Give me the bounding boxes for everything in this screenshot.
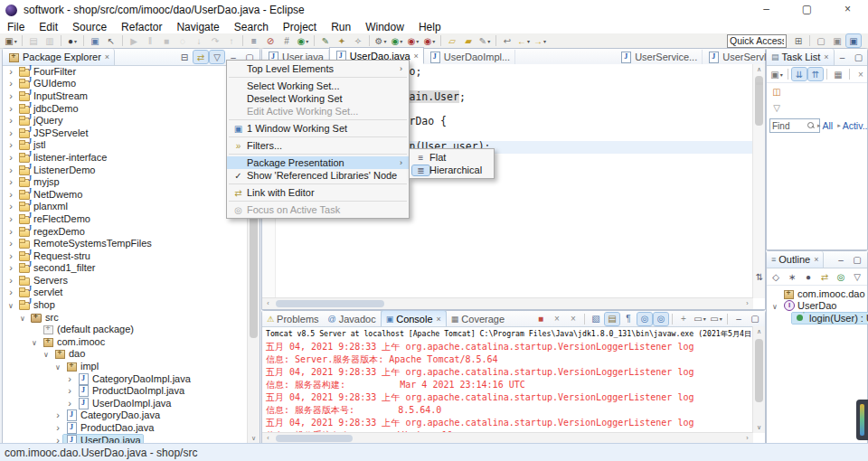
tree-item[interactable]: Jshop [3, 298, 248, 311]
twistie-icon[interactable] [5, 213, 16, 224]
collapse-all-button[interactable]: ⊟ [177, 51, 192, 63]
twistie-icon[interactable] [41, 348, 52, 359]
scroll-left-icon[interactable]: ‹ [262, 298, 274, 309]
open-task-button[interactable]: ≡ [247, 34, 261, 47]
maximize-button[interactable]: ▢ [787, 0, 827, 20]
tree-item[interactable]: (default package) [3, 323, 248, 335]
show-stderr-button[interactable]: ◎ [654, 313, 668, 325]
tree-item[interactable]: JregexDemo [3, 225, 248, 238]
show-stdout-button[interactable]: ◎ [637, 313, 652, 325]
task-list-tab[interactable]: ▤ Task List × [767, 49, 835, 65]
twistie-icon[interactable] [5, 287, 16, 297]
close-icon[interactable]: × [437, 315, 441, 324]
twistie-icon[interactable] [52, 422, 63, 433]
hide-static-button[interactable]: ∗ [785, 270, 799, 283]
tree-item[interactable]: ProductDao.java [3, 421, 248, 434]
tree-item[interactable]: Jplanxml [3, 201, 248, 213]
tree-item[interactable]: login(User) : User [767, 312, 867, 325]
tree-item[interactable]: CategoryDao.java [3, 409, 248, 422]
step-over-button[interactable]: ↷ [208, 34, 222, 47]
scroll-lock-button[interactable]: ▤ [605, 313, 619, 325]
close-icon[interactable]: × [814, 255, 818, 264]
menu-navigate[interactable]: Navigate [169, 21, 226, 33]
servers-button[interactable]: ◉▾ [296, 34, 310, 47]
remove-launch-button[interactable]: × [550, 313, 564, 325]
menu-run[interactable]: Run [324, 21, 358, 33]
sort-button[interactable]: ⇅ [752, 270, 767, 283]
twistie-icon[interactable] [5, 66, 16, 77]
import-button[interactable]: ▰ [461, 34, 476, 47]
link-with-editor-button[interactable]: ⇄ [193, 51, 208, 63]
link-with-editor-button[interactable]: ⇄ [817, 270, 832, 283]
menu-window[interactable]: Window [358, 21, 411, 33]
console-vscrollbar[interactable]: ∧ ∨ [752, 326, 765, 433]
tree-item[interactable]: CategoryDaoImpl.java [3, 372, 248, 385]
menu-help[interactable]: Help [411, 21, 448, 33]
scroll-down-icon[interactable]: ∨ [753, 422, 765, 433]
tree-item[interactable]: src [3, 311, 248, 324]
last-edit-location-button[interactable]: ↩ [500, 34, 514, 47]
twistie-icon[interactable] [64, 398, 75, 409]
hide-fields-button[interactable]: ◇ [769, 270, 783, 283]
tree-item[interactable]: JFourFilter [3, 65, 248, 78]
editor-tab-userservice-[interactable]: UserService... [615, 50, 703, 64]
tree-item[interactable]: Jjstl [3, 139, 248, 152]
view-menu-button[interactable]: ▽ [850, 270, 864, 283]
tree-item[interactable]: JListenerDemo [3, 164, 248, 176]
resource-perspective-button[interactable]: ▢ [814, 34, 828, 47]
twistie-icon[interactable] [5, 127, 16, 138]
twistie-icon[interactable] [5, 189, 16, 200]
task-filter-link-all[interactable]: All [823, 120, 834, 131]
resume-button[interactable]: ▶ [127, 34, 141, 47]
view-tab-javadoc[interactable]: @Javadoc [324, 312, 381, 326]
menu-item-package-presentation[interactable]: Package Presentation› [227, 156, 409, 169]
tree-item[interactable]: JjdbcDemo [3, 102, 248, 115]
close-icon[interactable]: × [105, 52, 109, 61]
menu-item-show-referenced-libraries-node[interactable]: ✓Show 'Referenced Libraries' Node [227, 169, 409, 182]
outline-tab[interactable]: ≡ Outline × [767, 251, 824, 268]
twistie-icon[interactable] [5, 299, 16, 310]
save-button[interactable]: ▤ [26, 34, 41, 47]
open-file-button[interactable]: ▱ [445, 34, 459, 47]
new-wizard-button[interactable]: ▣▾ [4, 34, 18, 47]
view-tab-coverage[interactable]: ▦Coverage [447, 312, 509, 326]
mark-occurrences-button[interactable]: ✎▾ [477, 34, 492, 47]
view-tab-problems[interactable]: ⚠Problems [262, 312, 324, 326]
open-type-button[interactable]: # [279, 34, 294, 47]
menu-search[interactable]: Search [227, 21, 276, 33]
tree-item[interactable]: Servers [3, 274, 248, 287]
tree-item[interactable]: JInputStream [3, 89, 248, 102]
tree-item[interactable]: JreFlectDemo [3, 212, 248, 225]
twistie-icon[interactable] [5, 78, 16, 89]
save-all-button[interactable]: ▥ [42, 34, 57, 47]
tree-item[interactable]: com.imooc [3, 335, 248, 348]
javaee-perspective-button[interactable]: ▣ [846, 34, 861, 47]
tree-item[interactable]: UserDao [767, 300, 867, 313]
maximize-button[interactable]: ▢ [852, 51, 866, 63]
remove-all-launches-button[interactable]: × [566, 313, 580, 325]
twistie-icon[interactable] [5, 152, 16, 163]
submenu-item-hierarchical[interactable]: ≣Hierarchical [410, 164, 494, 176]
submenu-item-flat[interactable]: ≡Flat [410, 151, 494, 164]
task-repository-button[interactable]: ◫ [769, 85, 784, 98]
scroll-right-icon[interactable]: › [741, 298, 753, 309]
menu-item-top-level-elements[interactable]: Top Level Elements› [227, 62, 409, 75]
menu-item-select-working-set-[interactable]: Select Working Set... [227, 80, 409, 92]
twistie-icon[interactable] [5, 262, 16, 273]
web-browser-button[interactable]: ●▾ [65, 34, 80, 47]
skip-breakpoints-button[interactable]: ⊘ [263, 34, 278, 47]
tree-item[interactable]: Jservlet [3, 287, 248, 299]
run-button[interactable]: ◉▾ [390, 34, 404, 47]
word-wrap-button[interactable]: ¶ [621, 313, 636, 325]
menu-item-1-window-working-set[interactable]: ▣1 Window Working Set [227, 122, 409, 135]
editor-hscrollbar[interactable]: ‹ › [262, 297, 753, 309]
menu-source[interactable]: Source [65, 21, 114, 33]
menu-item-deselect-working-set[interactable]: Deselect Working Set [227, 92, 409, 105]
twistie-icon[interactable] [5, 103, 16, 114]
display-console-button[interactable]: ▭▾ [693, 313, 707, 325]
scroll-up-icon[interactable]: ∧ [753, 326, 765, 337]
twistie-icon[interactable] [5, 238, 16, 249]
twistie-icon[interactable] [5, 201, 16, 212]
coverage-button[interactable]: ◉▾ [406, 34, 420, 47]
pin-console-button[interactable]: + [676, 313, 691, 325]
